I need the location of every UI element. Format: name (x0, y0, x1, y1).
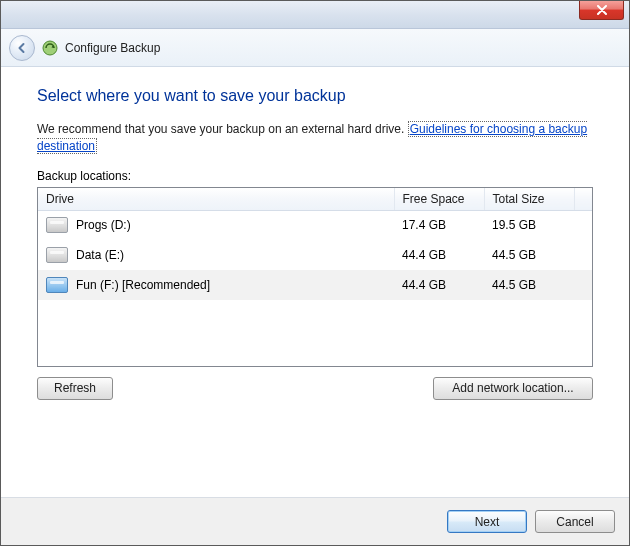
add-network-location-button[interactable]: Add network location... (433, 377, 593, 400)
col-drive[interactable]: Drive (38, 188, 394, 211)
table-row[interactable]: Progs (D:)17.4 GB19.5 GB (38, 210, 592, 240)
next-button[interactable]: Next (447, 510, 527, 533)
close-icon (596, 5, 608, 15)
total-size-cell: 19.5 GB (484, 210, 574, 240)
back-arrow-icon (15, 41, 29, 55)
free-space-cell: 44.4 GB (394, 270, 484, 300)
recommendation-pretext: We recommend that you save your backup o… (37, 122, 408, 136)
col-free-space[interactable]: Free Space (394, 188, 484, 211)
page-heading: Select where you want to save your backu… (37, 87, 593, 105)
drive-name: Fun (F:) [Recommended] (76, 278, 210, 292)
free-space-cell: 17.4 GB (394, 210, 484, 240)
table-row[interactable]: Data (E:)44.4 GB44.5 GB (38, 240, 592, 270)
drive-name: Progs (D:) (76, 218, 131, 232)
table-action-row: Refresh Add network location... (37, 377, 593, 400)
svg-point-0 (43, 41, 57, 55)
free-space-cell: 44.4 GB (394, 240, 484, 270)
drive-name: Data (E:) (76, 248, 124, 262)
total-size-cell: 44.5 GB (484, 270, 574, 300)
drive-icon (46, 277, 68, 293)
close-button[interactable] (579, 1, 624, 20)
drive-icon (46, 247, 68, 263)
refresh-button[interactable]: Refresh (37, 377, 113, 400)
window-title: Configure Backup (65, 41, 160, 55)
drive-icon (46, 217, 68, 233)
content-pane: Select where you want to save your backu… (1, 67, 629, 497)
backup-locations-table: Drive Free Space Total Size Progs (D:)17… (37, 187, 593, 367)
wizard-window: Configure Backup Select where you want t… (0, 0, 630, 546)
back-button[interactable] (9, 35, 35, 61)
col-spacer (574, 188, 592, 211)
backup-app-icon (41, 39, 59, 57)
table-row-empty (38, 300, 592, 324)
table-row[interactable]: Fun (F:) [Recommended]44.4 GB44.5 GB (38, 270, 592, 300)
cancel-button[interactable]: Cancel (535, 510, 615, 533)
table-row-empty (38, 324, 592, 348)
header-bar: Configure Backup (1, 29, 629, 67)
total-size-cell: 44.5 GB (484, 240, 574, 270)
wizard-footer: Next Cancel (1, 497, 629, 545)
recommendation-text: We recommend that you save your backup o… (37, 121, 593, 155)
table-header-row: Drive Free Space Total Size (38, 188, 592, 211)
titlebar (1, 1, 629, 29)
col-total-size[interactable]: Total Size (484, 188, 574, 211)
backup-locations-label: Backup locations: (37, 169, 593, 183)
